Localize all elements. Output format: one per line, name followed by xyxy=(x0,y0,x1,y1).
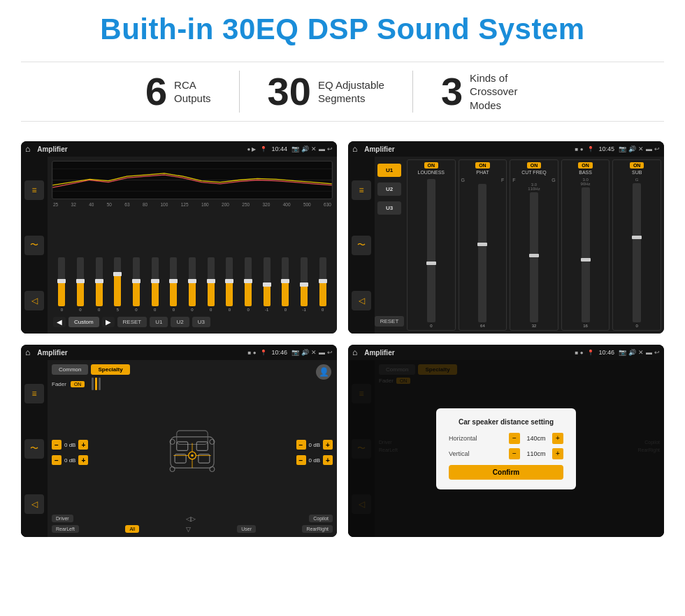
home-icon-1: ⌂ xyxy=(25,144,30,154)
fader-plus-1[interactable]: + xyxy=(78,440,88,450)
eq-icon-btn-2[interactable]: ≡ xyxy=(352,180,371,200)
speaker-icon-btn-2[interactable]: ◁ xyxy=(352,291,371,310)
amp-u3-btn[interactable]: U3 xyxy=(377,201,401,215)
fader-minus-2[interactable]: − xyxy=(52,455,62,465)
horizontal-value: 140cm xyxy=(523,435,549,442)
horizontal-plus-btn[interactable]: + xyxy=(552,433,563,444)
statusbar-1: ⌂ Amplifier ● ▶ 📍 10:44 📷 🔊 ✕ ▬ ↩ xyxy=(21,141,337,157)
minimize-icon-3: ▬ xyxy=(319,349,325,356)
eq-icon-btn[interactable]: ≡ xyxy=(24,180,44,200)
eq-slider-6: 0 xyxy=(165,257,182,312)
copilot-btn[interactable]: Copilot xyxy=(309,515,333,522)
minimize-icon-4: ▬ xyxy=(646,349,652,356)
status-dots-4: ■ ● xyxy=(575,350,584,356)
feature-num-30: 30 xyxy=(268,72,311,111)
horizontal-minus-btn[interactable]: − xyxy=(509,433,520,444)
eq-main: 2532405063 80100125160200 25032040050063… xyxy=(48,157,337,334)
fader-plus-3[interactable]: + xyxy=(323,440,333,450)
speaker-icon-btn[interactable]: ◁ xyxy=(24,291,44,310)
amp-loudness: ON LOUDNESS 0 xyxy=(407,159,456,331)
camera-icon-2: 📷 xyxy=(619,145,626,152)
eq-screen-content: ≡ 〜 ◁ xyxy=(21,157,337,334)
back-icon-3: ↩ xyxy=(327,349,333,356)
driver-btn[interactable]: Driver xyxy=(52,515,73,522)
eq-icon-btn-3[interactable]: ≡ xyxy=(24,384,44,403)
minimize-icon-2: ▬ xyxy=(646,145,652,152)
svg-rect-8 xyxy=(196,442,208,450)
title-2: Amplifier xyxy=(364,145,570,153)
fader-val-4: 0 dB xyxy=(309,457,320,464)
eq-u3-btn[interactable]: U3 xyxy=(192,317,210,327)
volume-icon-1: 🔊 xyxy=(301,145,309,152)
screenshots-grid: ⌂ Amplifier ● ▶ 📍 10:44 📷 🔊 ✕ ▬ ↩ ≡ 〜 ◁ xyxy=(21,141,664,537)
fader-minus-3[interactable]: − xyxy=(296,440,306,450)
screen-dialog: ⌂ Amplifier ■ ● 📍 10:46 📷 🔊 ✕ ▬ ↩ ≡ 〜 xyxy=(348,345,664,537)
volume-icon-3: 🔊 xyxy=(301,349,309,356)
speaker-icon-btn-3[interactable]: ◁ xyxy=(24,494,44,514)
back-icon-2: ↩ xyxy=(654,145,660,152)
status-icons-1: 📷 🔊 ✕ ▬ ↩ xyxy=(291,145,333,152)
tab-specialty[interactable]: Specialty xyxy=(91,364,129,375)
eq-slider-7: 0 xyxy=(184,257,201,312)
eq-slider-2: 0 xyxy=(90,257,108,312)
close-icon-2: ✕ xyxy=(638,145,644,152)
eq-u1-btn[interactable]: U1 xyxy=(150,317,168,327)
main-title: Buith-in 30EQ DSP Sound System xyxy=(21,13,664,46)
wave-icon-btn-2[interactable]: 〜 xyxy=(352,236,371,255)
status-icons-3: 📷 🔊 ✕ ▬ ↩ xyxy=(291,349,333,356)
vertical-plus-btn[interactable]: + xyxy=(552,448,563,459)
fader-minus-1[interactable]: − xyxy=(52,440,62,450)
time-2: 10:45 xyxy=(598,145,614,152)
feature-rca: 6 RCA Outputs xyxy=(117,72,239,111)
profile-icon-3[interactable]: 👤 xyxy=(316,364,331,380)
fader-val-1: 0 dB xyxy=(64,442,75,448)
fader-screen-content: ≡ 〜 ◁ Common Specialty Fader ON xyxy=(21,360,337,537)
feature-desc-crossover: Kinds of Crossover Modes xyxy=(470,71,540,113)
dialog-horizontal-row: Horizontal − 140cm + xyxy=(449,433,563,444)
rearleft-btn[interactable]: RearLeft xyxy=(52,525,79,533)
status-dots-3: ■ ● xyxy=(248,350,257,356)
time-3: 10:46 xyxy=(271,349,287,356)
fader-minus-4[interactable]: − xyxy=(296,455,306,465)
feature-desc-eq: EQ Adjustable Segments xyxy=(318,78,384,106)
down-arrow: ▽ xyxy=(186,526,191,533)
all-btn[interactable]: All xyxy=(125,525,139,533)
dialog-overlay: Car speaker distance setting Horizontal … xyxy=(348,360,664,537)
amp-u2-btn[interactable]: U2 xyxy=(377,182,401,196)
fader-on-badge: ON xyxy=(71,381,85,387)
tab-common[interactable]: Common xyxy=(52,364,88,375)
eq-u2-btn[interactable]: U2 xyxy=(171,317,189,327)
vertical-minus-btn[interactable]: − xyxy=(509,448,520,459)
car-diagram xyxy=(92,424,291,480)
fader-plus-2[interactable]: + xyxy=(78,455,88,465)
screen-eq: ⌂ Amplifier ● ▶ 📍 10:44 📷 🔊 ✕ ▬ ↩ ≡ 〜 ◁ xyxy=(21,141,337,334)
wave-icon-btn[interactable]: 〜 xyxy=(24,236,44,255)
close-icon-1: ✕ xyxy=(311,145,317,152)
eq-reset-btn[interactable]: RESET xyxy=(117,317,147,327)
eq-freq-labels: 2532405063 80100125160200 25032040050063… xyxy=(52,202,333,207)
close-icon-4: ✕ xyxy=(638,349,644,356)
amp-reset-btn[interactable]: RESET xyxy=(375,316,405,327)
amp-bass: ON BASS 3.0 90Hz 16 xyxy=(561,159,610,331)
horizontal-ctrl: − 140cm + xyxy=(509,433,563,444)
eq-slider-9: 0 xyxy=(221,257,238,312)
eq-preset-custom[interactable]: Custom xyxy=(68,317,99,327)
wave-icon-btn-3[interactable]: 〜 xyxy=(24,439,44,459)
horizontal-label: Horizontal xyxy=(449,435,477,442)
eq-play-btn[interactable]: ▶ xyxy=(102,317,115,327)
side-icons-1: ≡ 〜 ◁ xyxy=(21,157,48,334)
amp-main: ON LOUDNESS 0 ON PHAT xyxy=(404,157,664,334)
confirm-button[interactable]: Confirm xyxy=(449,465,563,480)
eq-slider-4: 0 xyxy=(128,257,145,312)
eq-slider-11: -1 xyxy=(258,257,275,312)
dialog-box: Car speaker distance setting Horizontal … xyxy=(436,408,576,489)
user-btn[interactable]: User xyxy=(237,525,256,533)
fader-plus-4[interactable]: + xyxy=(323,455,333,465)
fader-content: − 0 dB + − 0 dB + xyxy=(52,393,333,512)
eq-prev-btn[interactable]: ◀ xyxy=(53,317,66,327)
screen-fader: ⌂ Amplifier ■ ● 📍 10:46 📷 🔊 ✕ ▬ ↩ ≡ 〜 ◁ xyxy=(21,345,337,537)
feature-eq: 30 EQ Adjustable Segments xyxy=(240,72,412,111)
amp-u1-btn[interactable]: U1 xyxy=(377,164,401,177)
amp-cols: ON LOUDNESS 0 ON PHAT xyxy=(407,159,661,331)
rearright-btn[interactable]: RearRight xyxy=(302,525,333,533)
